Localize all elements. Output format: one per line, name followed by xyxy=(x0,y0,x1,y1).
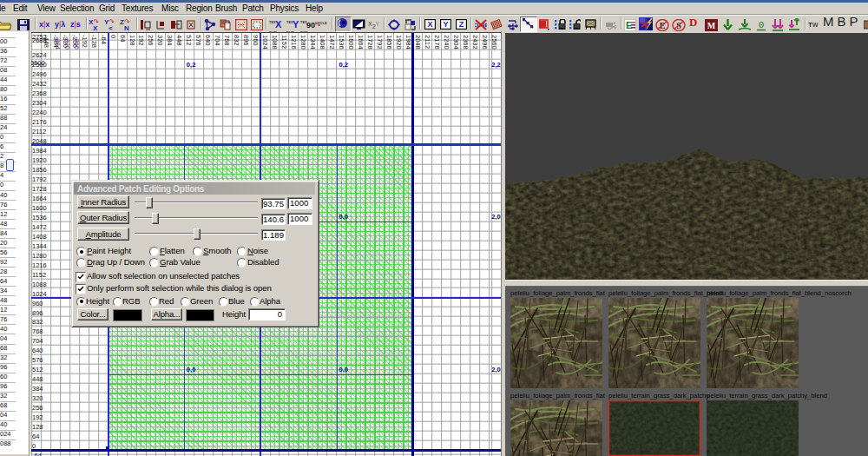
svg-text:peleliu_foliage_palm_fronds_fl: peleliu_foliage_palm_fronds_flat_blend xyxy=(608,289,723,297)
svg-text:peleliu_foliage_palm_fronds_fl: peleliu_foliage_palm_fronds_flat xyxy=(510,289,606,297)
svg-text:0: 0 xyxy=(759,20,765,30)
svg-text:peleliu_foliage_palm_fronds_fl: peleliu_foliage_palm_fronds_flat xyxy=(510,392,606,400)
svg-text:?: ? xyxy=(614,24,617,30)
svg-text:M: M xyxy=(707,21,716,30)
svg-text:peleliu_terrain_grass_dark_pat: peleliu_terrain_grass_dark_patchy xyxy=(608,392,709,400)
svg-text:peleliu_foliage_palm_fronds_fl: peleliu_foliage_palm_fronds_flat_blend_n… xyxy=(707,289,852,297)
svg-text:X: X xyxy=(427,20,432,29)
svg-text:peleliu_terrain_grass_dark_pat: peleliu_terrain_grass_dark_patchy_blend xyxy=(707,392,827,400)
svg-text:Y: Y xyxy=(443,20,448,29)
svg-text:Z: Z xyxy=(459,20,464,29)
